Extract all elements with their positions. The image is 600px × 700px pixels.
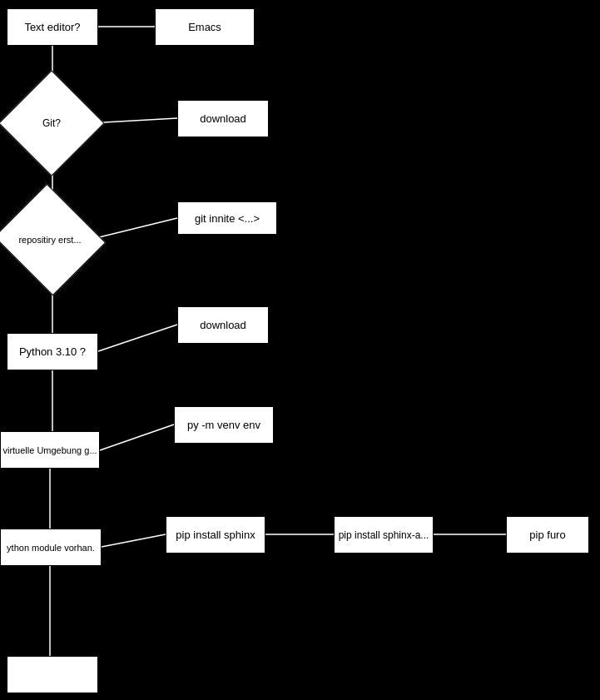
py-venv-node: py -m venv env [174, 406, 274, 444]
svg-line-10 [102, 534, 166, 547]
pip-furo-node: pip furo [506, 516, 589, 554]
svg-line-8 [100, 424, 174, 450]
repo-question-diamond: repositiry erst... [8, 202, 92, 277]
download2-node: download [177, 306, 269, 344]
pip-sphinx-a-node: pip install sphinx-a... [334, 516, 434, 554]
svg-line-7 [98, 325, 177, 351]
python-module-node: ython module vorhan. [0, 529, 102, 566]
git-question-diamond: Git? [14, 86, 89, 161]
download1-node: download [177, 100, 269, 137]
text-editor-question-node: Text editor? [7, 8, 98, 46]
bottom-rect-node [7, 656, 98, 693]
venv-node: virtuelle Umgebung g... [0, 431, 100, 469]
python-question-node: Python 3.10 ? [7, 333, 98, 370]
emacs-node: Emacs [155, 8, 255, 46]
pip-sphinx-node: pip install sphinx [166, 516, 265, 554]
svg-line-5 [89, 218, 177, 240]
git-question-label: Git? [18, 117, 85, 129]
repo-question-label: repositiry erst... [12, 235, 87, 245]
git-innite-node: git innite <...> [177, 201, 277, 235]
